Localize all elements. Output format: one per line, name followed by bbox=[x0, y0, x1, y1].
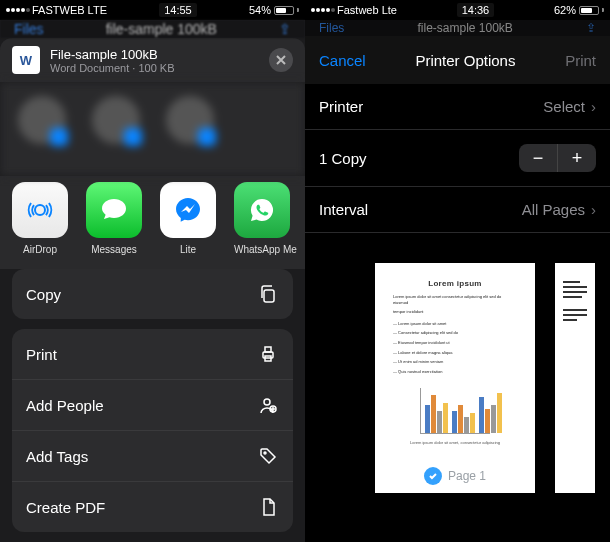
chart-preview bbox=[420, 388, 490, 434]
nav-bar: Files file-sample 100kB ⇪ bbox=[0, 20, 305, 38]
apps-row: AirDrop Messages Lite WhatsApp Me bbox=[0, 176, 305, 269]
page-preview-1[interactable]: Lorem ipsum Lorem ipsum dolor sit amet c… bbox=[375, 263, 535, 493]
share-icon: ⇪ bbox=[586, 21, 596, 35]
app-label: AirDrop bbox=[12, 244, 68, 255]
row-label: Printer bbox=[319, 98, 363, 115]
action-add-tags[interactable]: Add Tags bbox=[12, 431, 293, 482]
svg-point-0 bbox=[35, 205, 45, 215]
copies-row: 1 Copy − + bbox=[305, 130, 610, 187]
stepper-minus[interactable]: − bbox=[519, 144, 557, 172]
status-time: 14:55 bbox=[159, 3, 197, 17]
action-label: Print bbox=[26, 346, 57, 363]
doc-title: Lorem ipsum bbox=[393, 279, 517, 288]
nav-back: Files bbox=[319, 21, 344, 35]
printer-options-nav: Cancel Printer Options Print bbox=[305, 36, 610, 84]
action-print[interactable]: Print bbox=[12, 329, 293, 380]
document-icon bbox=[257, 496, 279, 518]
nav-back: Files bbox=[14, 21, 44, 37]
app-airdrop[interactable]: AirDrop bbox=[12, 182, 68, 255]
page-number: Page 1 bbox=[448, 469, 486, 483]
app-whatsapp[interactable]: WhatsApp Me bbox=[234, 182, 290, 255]
status-bar: FASTWEB LTE 14:55 54% bbox=[0, 0, 305, 20]
nav-bar: Files file-sample 100kB ⇪ bbox=[305, 20, 610, 36]
app-messenger-lite[interactable]: Lite bbox=[160, 182, 216, 255]
interval-value: All Pages bbox=[522, 201, 585, 218]
nav-title: file-sample 100kB bbox=[344, 21, 586, 35]
print-button[interactable]: Print bbox=[565, 52, 596, 69]
tag-icon bbox=[257, 445, 279, 467]
messenger-icon bbox=[160, 182, 216, 238]
printer-row[interactable]: Printer Select› bbox=[305, 84, 610, 130]
carrier: FASTWEB LTE bbox=[32, 4, 107, 16]
chevron-right-icon: › bbox=[591, 201, 596, 218]
app-messages[interactable]: Messages bbox=[86, 182, 142, 255]
row-label: 1 Copy bbox=[319, 150, 367, 167]
action-create-pdf[interactable]: Create PDF bbox=[12, 482, 293, 532]
row-label: Interval bbox=[319, 201, 368, 218]
status-bar: Fastweb Lte 14:36 62% bbox=[305, 0, 610, 20]
whatsapp-icon bbox=[234, 182, 290, 238]
page-badge: Page 1 bbox=[424, 467, 486, 485]
page-previews: Lorem ipsum Lorem ipsum dolor sit amet c… bbox=[305, 233, 610, 493]
action-label: Add Tags bbox=[26, 448, 88, 465]
word-doc-icon: W bbox=[12, 46, 40, 74]
carrier: Fastweb Lte bbox=[337, 4, 397, 16]
chevron-right-icon: › bbox=[591, 98, 596, 115]
interval-row[interactable]: Interval All Pages › bbox=[305, 187, 610, 233]
printer-value: Select bbox=[543, 98, 585, 115]
page-title: Printer Options bbox=[366, 52, 565, 69]
close-button[interactable] bbox=[269, 48, 293, 72]
file-name: File-sample 100kB bbox=[50, 47, 259, 62]
cancel-button[interactable]: Cancel bbox=[319, 52, 366, 69]
battery-percent: 54% bbox=[249, 4, 271, 16]
action-add-people[interactable]: Add People bbox=[12, 380, 293, 431]
stepper-plus[interactable]: + bbox=[558, 144, 596, 172]
close-icon bbox=[275, 54, 287, 66]
nav-title: file-sample 100kB bbox=[44, 21, 279, 37]
svg-point-5 bbox=[264, 399, 270, 405]
copies-stepper[interactable]: − + bbox=[519, 144, 596, 172]
svg-rect-3 bbox=[265, 347, 271, 352]
action-label: Copy bbox=[26, 286, 61, 303]
add-people-icon bbox=[257, 394, 279, 416]
action-label: Create PDF bbox=[26, 499, 105, 516]
file-subtitle: Word Document · 100 KB bbox=[50, 62, 259, 74]
app-label: Messages bbox=[86, 244, 142, 255]
share-file-header: W File-sample 100kB Word Document · 100 … bbox=[0, 38, 305, 82]
airdrop-icon bbox=[12, 182, 68, 238]
status-time: 14:36 bbox=[457, 3, 495, 17]
battery-percent: 62% bbox=[554, 4, 576, 16]
action-label: Add People bbox=[26, 397, 104, 414]
app-label: Lite bbox=[160, 244, 216, 255]
printer-icon bbox=[257, 343, 279, 365]
share-icon: ⇪ bbox=[279, 21, 291, 37]
messages-icon bbox=[86, 182, 142, 238]
contacts-row bbox=[0, 82, 305, 176]
svg-rect-1 bbox=[264, 290, 274, 302]
copy-icon bbox=[257, 283, 279, 305]
app-label: WhatsApp Me bbox=[234, 244, 290, 255]
svg-point-7 bbox=[264, 452, 266, 454]
action-copy[interactable]: Copy bbox=[12, 269, 293, 319]
check-icon bbox=[424, 467, 442, 485]
page-preview-2[interactable] bbox=[555, 263, 595, 493]
